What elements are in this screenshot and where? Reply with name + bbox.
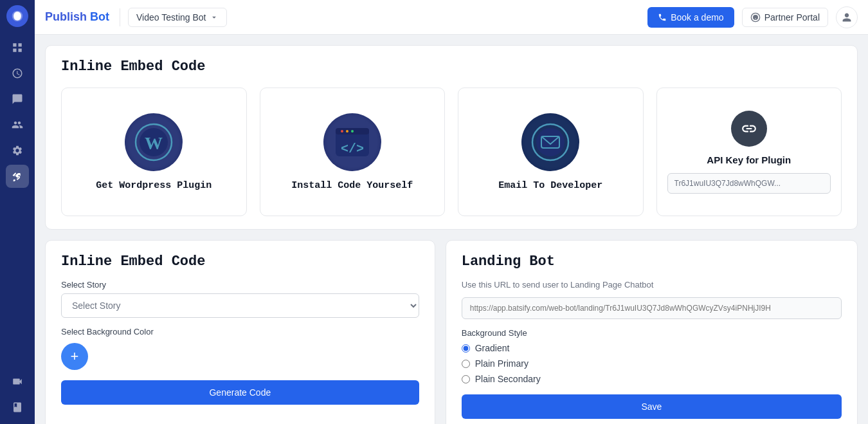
content-area: Inline Embed Code W Get Wordpress Plugin bbox=[35, 35, 868, 424]
email-label: Email To Developer bbox=[498, 180, 602, 191]
phone-icon bbox=[658, 13, 667, 22]
code-option[interactable]: </> Install Code Yourself bbox=[260, 88, 446, 216]
email-option[interactable]: Email To Developer bbox=[458, 88, 644, 216]
radio-plain-secondary-label: Plain Secondary bbox=[475, 374, 541, 384]
svg-point-7 bbox=[341, 130, 343, 133]
radio-gradient-input[interactable] bbox=[462, 344, 470, 353]
landing-bot-card: Landing Bot Use this URL to send user to… bbox=[446, 240, 858, 424]
landing-bot-title: Landing Bot bbox=[462, 253, 842, 270]
api-key-input[interactable] bbox=[667, 173, 831, 194]
sidebar-item-rocket[interactable] bbox=[6, 165, 29, 188]
link-icon bbox=[741, 120, 757, 137]
header: Publish Bot Video Testing Bot Book a dem… bbox=[35, 0, 868, 35]
radio-plain-secondary-input[interactable] bbox=[462, 375, 470, 383]
wordpress-icon-container: W bbox=[125, 113, 183, 171]
header-divider bbox=[120, 8, 120, 26]
user-icon-button[interactable] bbox=[836, 6, 858, 28]
select-story-dropdown[interactable]: Select Story bbox=[61, 293, 419, 318]
add-color-button[interactable]: + bbox=[61, 343, 88, 370]
partner-portal-label: Partner Portal bbox=[764, 12, 820, 23]
wordpress-icon: W bbox=[134, 123, 173, 161]
bottom-row: Inline Embed Code Select Story Select St… bbox=[45, 240, 858, 424]
radio-group: Gradient Plain Primary Plain Secondary bbox=[462, 343, 842, 384]
sidebar-item-book[interactable] bbox=[6, 396, 29, 419]
save-button[interactable]: Save bbox=[462, 394, 842, 419]
code-icon-container: </> bbox=[323, 113, 381, 171]
svg-point-8 bbox=[346, 130, 348, 133]
radio-plain-secondary[interactable]: Plain Secondary bbox=[462, 374, 842, 384]
radio-gradient[interactable]: Gradient bbox=[462, 343, 842, 353]
code-icon: </> bbox=[333, 123, 372, 161]
inline-embed-title: Inline Embed Code bbox=[61, 253, 419, 270]
sidebar-item-grid[interactable] bbox=[6, 36, 29, 59]
embed-options: W Get Wordpress Plugin </> bbox=[61, 88, 842, 216]
svg-point-12 bbox=[536, 128, 565, 156]
top-section-title: Inline Embed Code bbox=[61, 59, 842, 75]
inline-embed-card: Inline Embed Code Select Story Select St… bbox=[45, 240, 435, 424]
landing-bot-description: Use this URL to send user to Landing Pag… bbox=[462, 280, 842, 290]
main-area: Publish Bot Video Testing Bot Book a dem… bbox=[35, 0, 868, 424]
bg-color-label: Select Background Color bbox=[61, 327, 419, 336]
email-icon-container bbox=[521, 113, 579, 171]
top-card: Inline Embed Code W Get Wordpress Plugin bbox=[45, 45, 858, 230]
api-key-icon bbox=[731, 111, 767, 147]
code-label: Install Code Yourself bbox=[291, 180, 413, 191]
bot-selector[interactable]: Video Testing Bot bbox=[128, 8, 227, 27]
sidebar-logo[interactable] bbox=[6, 5, 28, 27]
api-key-label: API Key for Plugin bbox=[707, 154, 791, 165]
chevron-down-icon bbox=[210, 13, 219, 22]
wordpress-option[interactable]: W Get Wordpress Plugin bbox=[61, 88, 247, 216]
partner-icon bbox=[750, 12, 761, 23]
user-icon bbox=[842, 12, 852, 23]
api-key-card: API Key for Plugin bbox=[656, 88, 842, 216]
sidebar-item-chat[interactable] bbox=[6, 88, 29, 111]
bot-name-label: Video Testing Bot bbox=[136, 12, 206, 23]
book-demo-button[interactable]: Book a demo bbox=[647, 7, 734, 28]
book-demo-label: Book a demo bbox=[671, 12, 724, 23]
header-logo: Publish Bot bbox=[45, 10, 109, 24]
radio-gradient-label: Gradient bbox=[475, 343, 510, 353]
bg-style-label: Background Style bbox=[462, 328, 842, 338]
svg-text:W: W bbox=[145, 133, 163, 153]
email-icon bbox=[531, 123, 570, 161]
landing-url-input[interactable] bbox=[462, 297, 842, 319]
svg-point-9 bbox=[351, 130, 354, 133]
select-story-label: Select Story bbox=[61, 280, 419, 290]
sidebar-item-users[interactable] bbox=[6, 113, 29, 136]
radio-plain-primary-label: Plain Primary bbox=[475, 358, 529, 369]
sidebar-item-clock[interactable] bbox=[6, 62, 29, 85]
svg-text:</>: </> bbox=[341, 142, 364, 156]
partner-portal-button[interactable]: Partner Portal bbox=[742, 8, 828, 27]
sidebar-item-settings[interactable] bbox=[6, 139, 29, 162]
logo-bot: Bot bbox=[87, 10, 109, 23]
radio-plain-primary[interactable]: Plain Primary bbox=[462, 358, 842, 369]
wordpress-label: Get Wordpress Plugin bbox=[96, 180, 212, 191]
logo-publish: Publish bbox=[45, 10, 87, 23]
radio-plain-primary-input[interactable] bbox=[462, 360, 470, 368]
sidebar bbox=[0, 0, 35, 424]
generate-code-button[interactable]: Generate Code bbox=[61, 380, 419, 405]
sidebar-item-video[interactable] bbox=[6, 370, 29, 393]
